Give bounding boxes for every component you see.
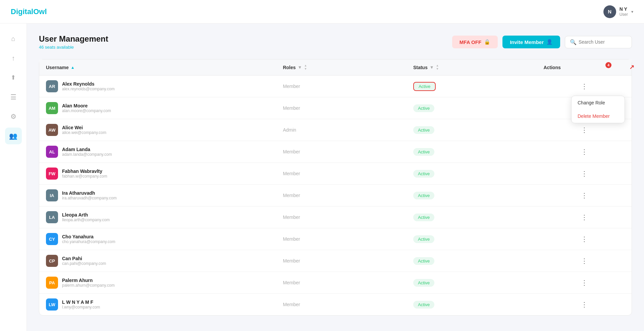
status-cell: Active (407, 97, 537, 119)
sort-up-icon[interactable]: ▲ (71, 65, 75, 70)
username-cell: LW L W N Y A M F l.wny@company.com (39, 294, 276, 316)
change-role-option[interactable]: Change Role (572, 96, 625, 109)
username-text: Alex Reynolds (62, 81, 115, 87)
role-cell: Member (276, 228, 407, 250)
status-badge: Active (413, 148, 434, 156)
user-email: can.pahi@company.com (62, 261, 106, 266)
app-layout: ⌂ ↑ ⬆ ☰ ⚙ 👥 User Management 46 seats ava… (0, 23, 644, 331)
more-actions-button[interactable]: ⋮ (578, 234, 590, 244)
more-actions-button[interactable]: ⋮ (578, 190, 590, 201)
filter-status-icon[interactable]: ▼ (430, 65, 434, 70)
user-info-cell: Fabhan Wabravlty fabhan.w@company.com (62, 169, 107, 179)
sidebar-item-export[interactable]: ↑ (5, 50, 22, 66)
username-text: Lleopa Arth (62, 212, 110, 218)
file-icon: ☰ (10, 93, 16, 101)
role-cell: Member (276, 97, 407, 119)
more-actions-button[interactable]: ⋮ (578, 146, 590, 157)
user-avatar-small: CY (46, 233, 58, 245)
status-badge: Active (413, 301, 434, 309)
user-cell: PA Palerm Ahurn palerm.ahurn@company.com (46, 277, 269, 289)
search-box[interactable]: 🔍 (565, 36, 632, 48)
user-cell: LW L W N Y A M F l.wny@company.com (46, 298, 269, 311)
more-actions-button[interactable]: ⋮ (578, 212, 590, 223)
upload-icon: ⬆ (11, 74, 16, 81)
user-info-cell: Alan Moore alan.moore@company.com (62, 103, 111, 113)
sidebar-item-files[interactable]: ☰ (5, 89, 22, 105)
role-cell: Member (276, 206, 407, 228)
role-text: Admin (283, 127, 296, 133)
table-header: Username ▲ Roles ▼ ▲ ▼ (39, 59, 632, 76)
user-email: alex.reynolds@company.com (62, 87, 115, 91)
user-info-cell: Lleopa Arth lleopa.arth@company.com (62, 212, 110, 222)
role-text: Member (283, 258, 300, 264)
user-role-label: User (620, 12, 628, 17)
status-badge: Active (413, 82, 436, 91)
col-actions-label: Actions (543, 65, 560, 70)
username-text: Cho Yanahura (62, 234, 115, 239)
user-avatar-small: AL (46, 146, 58, 158)
sidebar-item-settings[interactable]: ⚙ (5, 108, 22, 125)
role-cell: Member (276, 272, 407, 294)
username-cell: AL Adam Landa adam.landa@company.com (39, 141, 276, 163)
page-header: User Management 46 seats available MFA O… (39, 34, 632, 50)
more-actions-button[interactable]: ⋮ (578, 277, 590, 288)
table-body: AR Alex Reynolds alex.reynolds@company.c… (39, 76, 632, 316)
status-badge: Active (413, 214, 434, 221)
table-row: CY Cho Yanahura cho.yanahura@company.com… (39, 228, 632, 250)
invite-member-button[interactable]: Invite Member 👤 (502, 36, 560, 48)
user-cell: AL Adam Landa adam.landa@company.com (46, 146, 269, 158)
invite-label: Invite Member (510, 39, 544, 45)
delete-member-option[interactable]: Delete Member (572, 109, 625, 123)
user-email: alan.moore@company.com (62, 108, 111, 113)
user-info-cell: Can Pahi can.pahi@company.com (62, 256, 106, 266)
user-info-cell: Cho Yanahura cho.yanahura@company.com (62, 234, 115, 244)
actions-cell: ⋮ (537, 228, 632, 250)
more-actions-button[interactable]: ⋮ (578, 168, 590, 179)
filter-roles-icon[interactable]: ▼ (298, 65, 302, 70)
username-text: L W N Y A M F (62, 299, 100, 305)
status-badge: Active (413, 126, 434, 134)
username-cell: CP Can Pahi can.pahi@company.com (39, 250, 276, 272)
search-input[interactable] (579, 39, 626, 45)
sidebar-item-home[interactable]: ⌂ (5, 30, 22, 47)
more-actions-button[interactable]: ⋮ (578, 81, 590, 92)
status-cell: Active (407, 141, 537, 163)
sort-roles[interactable]: ▲ ▼ (304, 64, 307, 70)
role-cell: Member (276, 294, 407, 316)
username-cell: AW Alice Wei alice.wei@company.com (39, 119, 276, 141)
status-cell: Active (407, 272, 537, 294)
more-actions-button[interactable]: ⋮ (578, 299, 590, 310)
main-content: User Management 46 seats available MFA O… (27, 23, 644, 331)
annotation-badge: 4 (605, 62, 611, 68)
col-status-label: Status (413, 65, 428, 70)
username-cell: IA Ira Atharuvadh ira.atharuvadh@company… (39, 185, 276, 206)
more-actions-button[interactable]: ⋮ (578, 255, 590, 266)
mfa-toggle-button[interactable]: MFA OFF 🔒 (452, 36, 498, 48)
col-actions: Actions 4 ↗ (537, 59, 632, 76)
more-actions-button[interactable]: ⋮ (578, 125, 590, 135)
logo-black: Digital (11, 7, 33, 16)
col-roles-label: Roles (283, 65, 296, 70)
user-info-cell: Alice Wei alice.wei@company.com (62, 125, 106, 135)
status-badge: Active (413, 257, 434, 265)
sort-down-icon: ▼ (436, 67, 439, 70)
actions-cell: ⋮ (537, 76, 632, 97)
user-email: adam.landa@company.com (62, 152, 112, 157)
user-info-cell: Ira Atharuvadh ira.atharuvadh@company.co… (62, 190, 117, 200)
sort-down-icon: ▼ (304, 67, 307, 70)
user-menu[interactable]: N N Y User ▾ (603, 5, 633, 18)
username-text: Ira Atharuvadh (62, 190, 117, 196)
sidebar-item-upload[interactable]: ⬆ (5, 69, 22, 86)
user-info-cell: Palerm Ahurn palerm.ahurn@company.com (62, 278, 115, 288)
user-cell: IA Ira Atharuvadh ira.atharuvadh@company… (46, 189, 269, 201)
header-actions: MFA OFF 🔒 Invite Member 👤 🔍 (452, 36, 632, 48)
user-table-wrapper: Username ▲ Roles ▼ ▲ ▼ (39, 59, 632, 316)
user-avatar-small: LA (46, 211, 58, 223)
sidebar-item-users[interactable]: 👥 (5, 128, 22, 144)
user-email: fabhan.w@company.com (62, 174, 107, 179)
user-cell: AW Alice Wei alice.wei@company.com (46, 124, 269, 136)
status-cell: Active (407, 185, 537, 206)
table-row: AM Alan Moore alan.moore@company.com Mem… (39, 97, 632, 119)
gear-icon: ⚙ (10, 112, 16, 121)
sort-status[interactable]: ▲ ▼ (436, 64, 439, 70)
